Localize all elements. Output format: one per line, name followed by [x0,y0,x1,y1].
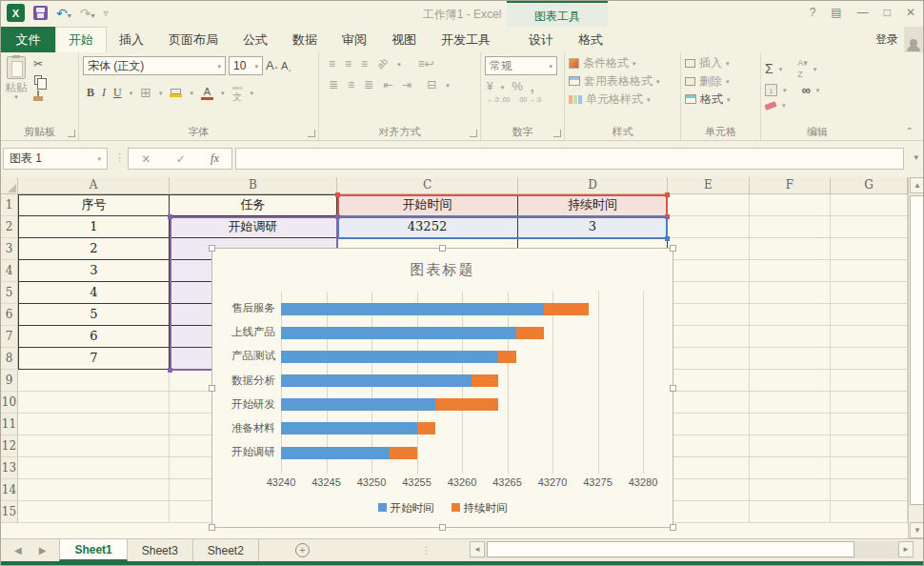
cell-F14[interactable] [750,479,831,501]
row-header-10[interactable]: 10 [1,392,18,414]
sign-in-button[interactable]: 登录 [875,27,904,52]
name-box[interactable]: 图表 1▾ [3,148,108,170]
chart-handle[interactable] [439,524,446,531]
cell-A13[interactable] [18,457,170,479]
sheet-nav-left-icon[interactable]: ◀ [14,545,22,556]
cell-G15[interactable] [831,501,908,523]
bar-duration-售后服务[interactable] [544,303,590,315]
tab-scroll-splitter[interactable]: ⋮ [422,545,432,556]
clipboard-dialog-launcher[interactable] [68,130,75,137]
bar-duration-上线产品[interactable] [516,327,544,339]
tab-file[interactable]: 文件 [1,27,55,52]
cell-styles-button[interactable]: 单元格样式▾ [569,93,676,105]
bar-start-开始调研[interactable] [281,447,390,459]
cell-G2[interactable] [831,216,908,238]
cell-E14[interactable] [668,479,750,501]
cell-A12[interactable] [18,435,170,457]
vertical-scrollbar[interactable]: ▲ ▼ [908,177,924,538]
cell-E4[interactable] [668,260,750,282]
select-all-corner[interactable] [1,177,18,194]
cell-F3[interactable] [750,238,831,260]
close-icon[interactable]: ✕ [906,6,915,19]
cell-G1[interactable] [831,194,908,216]
phonetic-button[interactable]: wén 文 [231,83,242,102]
cell-G7[interactable] [831,326,908,348]
minimize-icon[interactable]: — [857,6,869,19]
wrap-text-icon[interactable]: ≡↩ [418,58,434,70]
cell-F9[interactable] [750,370,831,392]
column-header-C[interactable]: C [337,177,518,194]
cell-A8[interactable]: 7 [18,348,170,370]
increase-indent-icon[interactable]: ⇥ [402,79,412,91]
cell-E6[interactable] [668,304,750,326]
bottom-align-icon[interactable]: ≡ [361,58,368,70]
comma-style-icon[interactable]: , [531,81,534,92]
tab-设计[interactable]: 设计 [516,27,566,52]
maximize-icon[interactable]: □ [884,6,891,19]
row-header-15[interactable]: 15 [1,501,18,523]
borders-icon[interactable]: ⊞ [140,87,151,98]
cell-F4[interactable] [750,260,831,282]
chart-handle[interactable] [670,245,676,252]
bold-button[interactable]: B [87,87,94,98]
cell-E12[interactable] [668,435,750,457]
font-dialog-launcher[interactable] [308,130,315,137]
bar-duration-数据分析[interactable] [472,374,499,387]
bar-duration-准备材料[interactable] [417,422,435,435]
cell-G3[interactable] [831,238,908,260]
cell-A15[interactable] [18,501,170,523]
vertical-scroll-thumb[interactable] [910,195,924,505]
tab-开发工具[interactable]: 开发工具 [429,27,503,52]
column-header-E[interactable]: E [668,177,750,194]
bar-start-准备材料[interactable] [281,422,417,435]
row-header-7[interactable]: 7 [1,326,18,348]
row-header-2[interactable]: 2 [1,216,18,238]
shrink-font-icon[interactable]: A˯ [281,60,291,71]
cell-G5[interactable] [831,282,908,304]
cut-icon[interactable]: ✂ [33,58,43,70]
tab-公式[interactable]: 公式 [231,27,280,52]
cell-F2[interactable] [750,216,831,238]
row-header-3[interactable]: 3 [1,238,18,260]
cell-A1[interactable]: 序号 [18,194,170,216]
bar-start-上线产品[interactable] [281,327,516,339]
row-header-11[interactable]: 11 [1,414,18,435]
cell-E7[interactable] [668,326,750,348]
cell-A5[interactable]: 4 [18,282,170,304]
format-as-table-button[interactable]: 套用表格格式▾ [569,75,676,87]
find-select-icon[interactable]: ∞ [802,85,811,96]
conditional-format-button[interactable]: 条件格式▾ [569,57,676,69]
row-header-8[interactable]: 8 [1,348,18,370]
column-header-A[interactable]: A [18,177,170,194]
cell-E15[interactable] [668,501,750,523]
cell-A4[interactable]: 3 [18,260,170,282]
cell-G4[interactable] [831,260,908,282]
decrease-decimal-icon[interactable]: .00 →.0 [518,96,542,103]
cell-E11[interactable] [668,414,750,435]
cell-F15[interactable] [750,501,831,523]
cell-F6[interactable] [750,304,831,326]
underline-dropdown[interactable]: ▾ [130,90,133,96]
underline-button[interactable]: U [113,87,122,98]
sheet-tab-Sheet1[interactable]: Sheet1 [59,539,127,561]
cell-G10[interactable] [831,392,908,414]
row-header-1[interactable]: 1 [1,194,18,216]
cell-A10[interactable] [18,392,170,414]
ribbon-display-icon[interactable]: ▤ [831,6,841,19]
cell-E13[interactable] [668,457,750,479]
row-header-6[interactable]: 6 [1,304,18,326]
sheet-tab-Sheet2[interactable]: Sheet2 [193,539,259,561]
fill-icon[interactable]: ↓ [765,84,777,96]
align-center-icon[interactable]: ≡ [348,79,354,91]
font-color-button[interactable]: A [201,86,213,100]
scroll-up-icon[interactable]: ▲ [910,177,924,193]
cell-C1[interactable]: 开始时间 [337,194,518,216]
tab-数据[interactable]: 数据 [280,27,330,52]
number-format-combo[interactable]: 常规▾ [485,56,557,75]
user-avatar[interactable] [904,27,923,52]
chart-handle[interactable] [209,245,215,252]
cell-F1[interactable] [750,194,831,216]
chart-handle[interactable] [209,385,215,392]
cell-F5[interactable] [750,282,831,304]
sort-filter-icon[interactable]: A▾Z [797,57,808,80]
